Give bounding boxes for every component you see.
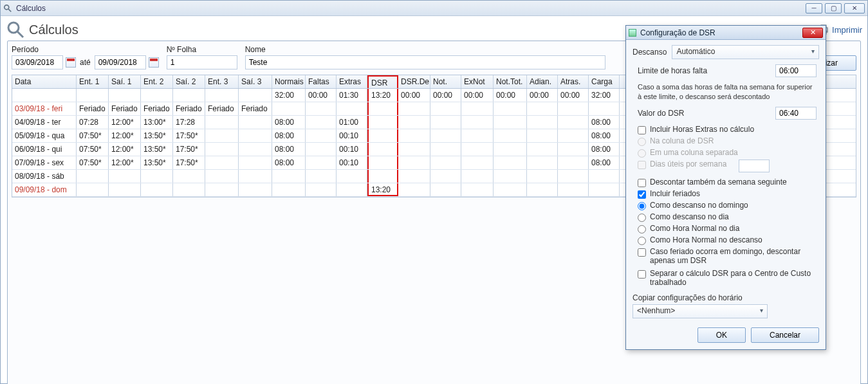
cell[interactable]: 00:00: [558, 89, 589, 102]
cell[interactable]: 12:00*: [109, 143, 141, 156]
cell[interactable]: 08:00: [272, 143, 306, 156]
cell[interactable]: [77, 170, 109, 183]
cell[interactable]: 06/09/18 - qui: [12, 143, 77, 156]
cell[interactable]: [398, 183, 430, 196]
cell[interactable]: [367, 143, 398, 156]
cell[interactable]: [205, 129, 239, 142]
col-ent2[interactable]: Ent. 2: [141, 75, 173, 88]
cell[interactable]: [205, 89, 239, 102]
cell[interactable]: [173, 183, 205, 196]
cell[interactable]: [141, 89, 173, 102]
cell[interactable]: 01:30: [337, 89, 367, 102]
window-titlebar[interactable]: Cálculos ─ ▢ ✕: [1, 1, 867, 16]
cell[interactable]: [398, 170, 430, 183]
cell[interactable]: [494, 143, 527, 156]
descanso-select[interactable]: Automático: [672, 45, 819, 59]
cell[interactable]: 07:50*: [77, 129, 109, 142]
periodo-inicio-input[interactable]: [12, 55, 63, 69]
cell[interactable]: [589, 183, 620, 196]
col-exnot[interactable]: ExNot: [461, 75, 494, 88]
radio-feriado-hora-dia[interactable]: Como Hora Normal no dia: [638, 224, 817, 233]
cell[interactable]: Feriado: [141, 102, 173, 115]
cell[interactable]: [558, 183, 589, 196]
radio-feriado-domingo[interactable]: Como descanso no domingo: [638, 201, 817, 210]
cell[interactable]: 09/09/18 - dom: [12, 183, 77, 196]
cell[interactable]: 07:28: [77, 116, 109, 129]
cancel-button[interactable]: Cancelar: [751, 327, 819, 343]
col-ent1[interactable]: Ent. 1: [77, 75, 109, 88]
cell[interactable]: [109, 89, 141, 102]
cell[interactable]: 08:00: [589, 129, 620, 142]
cell[interactable]: [367, 170, 398, 183]
cell[interactable]: [589, 170, 620, 183]
cell[interactable]: [205, 143, 239, 156]
cell[interactable]: 08:00: [272, 156, 306, 169]
periodo-fim-input[interactable]: [95, 55, 146, 69]
dialog-titlebar[interactable]: Configuração de DSR ✕: [626, 26, 826, 40]
chk-incluir-extras[interactable]: Incluir Horas Extras no cálculo: [638, 125, 817, 134]
cell[interactable]: [558, 170, 589, 183]
radio-feriado-dia[interactable]: Como descanso no dia: [638, 212, 817, 222]
cell[interactable]: 08:00: [589, 156, 620, 169]
cell[interactable]: [527, 170, 558, 183]
cell[interactable]: [272, 102, 306, 115]
cell[interactable]: 00:10: [337, 129, 367, 142]
col-sai3[interactable]: Saí. 3: [239, 75, 272, 88]
cell[interactable]: [239, 116, 272, 129]
cell[interactable]: [205, 116, 239, 129]
cell[interactable]: [239, 89, 272, 102]
cell[interactable]: [12, 89, 77, 102]
cell[interactable]: [430, 156, 461, 169]
cell[interactable]: [398, 143, 430, 156]
cell[interactable]: [398, 129, 430, 142]
cell[interactable]: 01:00: [337, 116, 367, 129]
cell[interactable]: 00:00: [494, 89, 527, 102]
col-adian[interactable]: Adian.: [527, 75, 558, 88]
cell[interactable]: [558, 143, 589, 156]
cell[interactable]: 00:00: [461, 89, 494, 102]
chk-incluir-feriados[interactable]: Incluir feriados: [638, 189, 817, 199]
cell[interactable]: [173, 170, 205, 183]
cell[interactable]: [141, 170, 173, 183]
cell[interactable]: 13:50*: [141, 129, 173, 142]
cell[interactable]: 00:00: [527, 89, 558, 102]
cell[interactable]: [173, 89, 205, 102]
cell[interactable]: 08:00: [272, 129, 306, 142]
cell[interactable]: [558, 156, 589, 169]
cell[interactable]: [589, 102, 620, 115]
cell[interactable]: [494, 156, 527, 169]
cell[interactable]: [205, 183, 239, 196]
dialog-close-button[interactable]: ✕: [802, 28, 823, 38]
cell[interactable]: 12:00*: [109, 116, 141, 129]
cell[interactable]: [109, 170, 141, 183]
cell[interactable]: [494, 102, 527, 115]
cell[interactable]: [398, 102, 430, 115]
cell[interactable]: [306, 183, 337, 196]
cell[interactable]: 08/09/18 - sáb: [12, 170, 77, 183]
cell[interactable]: [337, 170, 367, 183]
cell[interactable]: 32:00: [589, 89, 620, 102]
cell[interactable]: [461, 102, 494, 115]
col-dsrde[interactable]: DSR.De: [398, 75, 430, 88]
cell[interactable]: 08:00: [272, 116, 306, 129]
cell[interactable]: [430, 116, 461, 129]
col-carga[interactable]: Carga: [589, 75, 620, 88]
maximize-button[interactable]: ▢: [825, 3, 842, 14]
cell[interactable]: [430, 143, 461, 156]
cell[interactable]: 07:50*: [77, 156, 109, 169]
cell[interactable]: [461, 129, 494, 142]
calendar-icon[interactable]: [66, 57, 76, 68]
cell[interactable]: 17:50*: [173, 143, 205, 156]
cell[interactable]: Feriado: [77, 102, 109, 115]
cell[interactable]: [239, 183, 272, 196]
cell[interactable]: [527, 143, 558, 156]
chk-descontar-semana[interactable]: Descontar também da semana seguinte: [638, 178, 817, 187]
cell[interactable]: [306, 102, 337, 115]
cell[interactable]: Feriado: [239, 102, 272, 115]
cell[interactable]: Feriado: [173, 102, 205, 115]
cell[interactable]: 04/09/18 - ter: [12, 116, 77, 129]
cell[interactable]: [527, 116, 558, 129]
minimize-button[interactable]: ─: [806, 3, 822, 14]
cell[interactable]: [461, 116, 494, 129]
col-faltas[interactable]: Faltas: [306, 75, 337, 88]
